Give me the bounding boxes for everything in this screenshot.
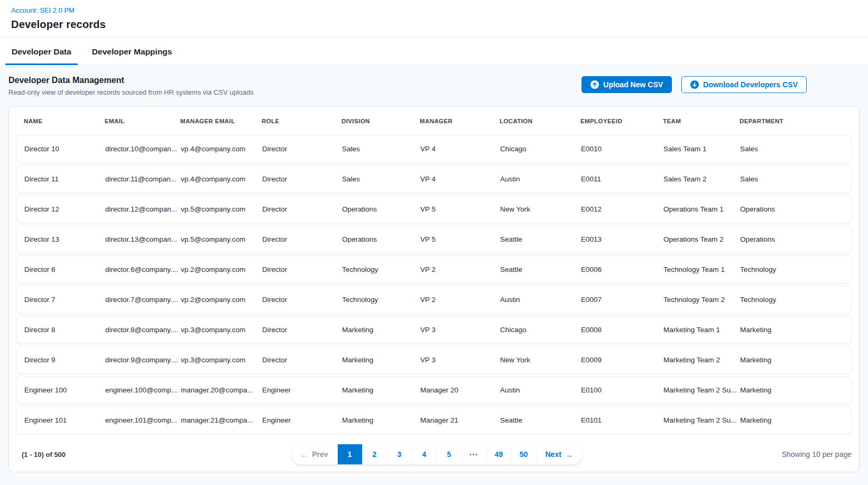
page-button-5[interactable]: 5 (437, 444, 461, 464)
page-button-1[interactable]: 1 (337, 444, 362, 464)
cell-division: Marketing (342, 416, 420, 424)
cell-division: Sales (342, 145, 420, 153)
account-breadcrumb-link[interactable]: Account: SEI 2.0 PM (11, 6, 75, 14)
section-title: Developer Data Management (8, 76, 254, 85)
cell-team: Operations Team 2 (663, 235, 740, 243)
table-footer: (1 - 10) of 500 ←Prev12345•••4950Next→ S… (9, 436, 859, 472)
cell-employeeid: E0006 (581, 266, 663, 273)
cell-location: New York (500, 205, 581, 213)
cell-team: Marketing Team 2 Su... (663, 386, 740, 394)
column-header-role: Role (262, 118, 341, 124)
tab-developer-mappings[interactable]: Developer Mappings (86, 38, 179, 65)
table-row: Director 9director.9@company....vp.3@com… (16, 346, 852, 374)
prev-page-button[interactable]: ←Prev (291, 444, 337, 464)
cell-location: Austin (500, 386, 581, 394)
cell-role: Director (262, 175, 342, 183)
cell-manager-email: manager.21@compa... (181, 416, 262, 424)
upload-new-csv-button[interactable]: Upload New CSV (581, 76, 672, 93)
cell-manager: VP 5 (420, 205, 500, 213)
cell-department: Sales (740, 145, 844, 153)
cell-location: Austin (500, 175, 581, 183)
cell-manager-email: vp.3@company.com (181, 326, 262, 334)
cell-role: Engineer (262, 416, 342, 424)
column-header-manager: Manager (420, 118, 500, 124)
cell-division: Sales (342, 175, 420, 183)
cell-role: Director (262, 356, 342, 364)
cell-name: Director 10 (24, 145, 105, 153)
cell-department: Marketing (740, 326, 844, 334)
cell-name: Director 11 (24, 175, 105, 183)
cell-role: Engineer (262, 386, 342, 394)
cell-email: engineer.101@comp... (105, 416, 181, 424)
cell-role: Director (262, 326, 342, 334)
cell-email: director.12@compan... (105, 205, 181, 213)
cell-employeeid: E0011 (581, 175, 663, 183)
section-subtitle: Read-only view of developer records sour… (8, 88, 254, 96)
column-header-division: Division (341, 118, 420, 124)
cell-manager-email: vp.5@company.com (181, 235, 262, 243)
cell-name: Director 12 (24, 205, 105, 213)
cell-email: engineer.100@comp... (105, 386, 181, 394)
cell-department: Technology (740, 296, 844, 304)
cell-location: Seattle (500, 266, 581, 273)
cell-manager-email: vp.4@company.com (181, 145, 262, 153)
cell-manager-email: vp.4@company.com (181, 175, 262, 183)
cell-manager: Manager 21 (420, 416, 500, 424)
cell-role: Director (262, 296, 342, 304)
circle-arrow-down-icon (690, 80, 699, 89)
cell-manager-email: manager.20@compa... (181, 386, 262, 394)
circle-arrow-up-icon (590, 80, 599, 89)
cell-team: Marketing Team 2 Su... (663, 416, 740, 424)
cell-email: director.6@company.... (105, 266, 181, 273)
page-button-4[interactable]: 4 (412, 444, 437, 464)
cell-email: director.11@compan... (105, 175, 181, 183)
table-row: Director 12director.12@compan...vp.5@com… (16, 195, 852, 223)
cell-name: Engineer 100 (24, 386, 105, 394)
table-row: Engineer 101engineer.101@comp...manager.… (16, 406, 852, 434)
cell-role: Director (262, 205, 342, 213)
cell-role: Director (262, 266, 342, 273)
cell-location: Seattle (500, 416, 581, 424)
cell-manager: VP 4 (420, 145, 500, 153)
cell-email: director.7@company.... (105, 296, 181, 304)
footer-right: Showing 10 per page (582, 450, 852, 459)
cell-manager-email: vp.2@company.com (181, 266, 262, 273)
tab-developer-data[interactable]: Developer Data (5, 38, 78, 65)
tab-bar: Developer DataDeveloper Mappings (0, 37, 868, 65)
cell-team: Technology Team 1 (663, 266, 740, 273)
cell-manager: VP 3 (420, 326, 500, 334)
page-button-50[interactable]: 50 (511, 444, 536, 464)
cell-name: Director 8 (24, 326, 105, 334)
cell-name: Director 9 (24, 356, 105, 364)
cell-manager: VP 5 (420, 235, 500, 243)
cell-name: Engineer 101 (24, 416, 105, 424)
cell-division: Operations (342, 205, 420, 213)
cell-team: Operations Team 1 (663, 205, 740, 213)
page-button-49[interactable]: 49 (486, 444, 511, 464)
pagination-range-label: (1 - 10) of 500 (22, 451, 66, 459)
table-row: Director 6director.6@company....vp.2@com… (16, 255, 852, 283)
column-header-location: Location (500, 118, 580, 124)
cell-location: Seattle (500, 235, 581, 243)
cell-email: director.9@company.... (105, 356, 181, 364)
cell-division: Operations (342, 235, 420, 243)
cell-division: Technology (342, 266, 420, 273)
download-developers-csv-button[interactable]: Download Developers CSV (681, 76, 807, 93)
cell-manager: VP 2 (420, 296, 500, 304)
cell-department: Sales (740, 175, 844, 183)
footer-left: (1 - 10) of 500 (22, 451, 291, 459)
column-header-name: Name (24, 118, 105, 124)
table-row: Director 13director.13@compan...vp.5@com… (16, 225, 852, 253)
cell-division: Technology (342, 296, 420, 304)
cell-name: Director 7 (24, 296, 105, 304)
next-page-button[interactable]: Next→ (536, 444, 582, 464)
cell-manager-email: vp.5@company.com (181, 205, 262, 213)
app-root: Account: SEI 2.0 PM Developer records De… (0, 0, 868, 485)
page-button-2[interactable]: 2 (362, 444, 387, 464)
cell-employeeid: E0100 (581, 386, 663, 394)
page-button-3[interactable]: 3 (387, 444, 412, 464)
cell-name: Director 13 (24, 235, 105, 243)
cell-team: Technology Team 2 (663, 296, 740, 304)
column-header-team: Team (663, 118, 740, 124)
cell-department: Marketing (740, 416, 844, 424)
